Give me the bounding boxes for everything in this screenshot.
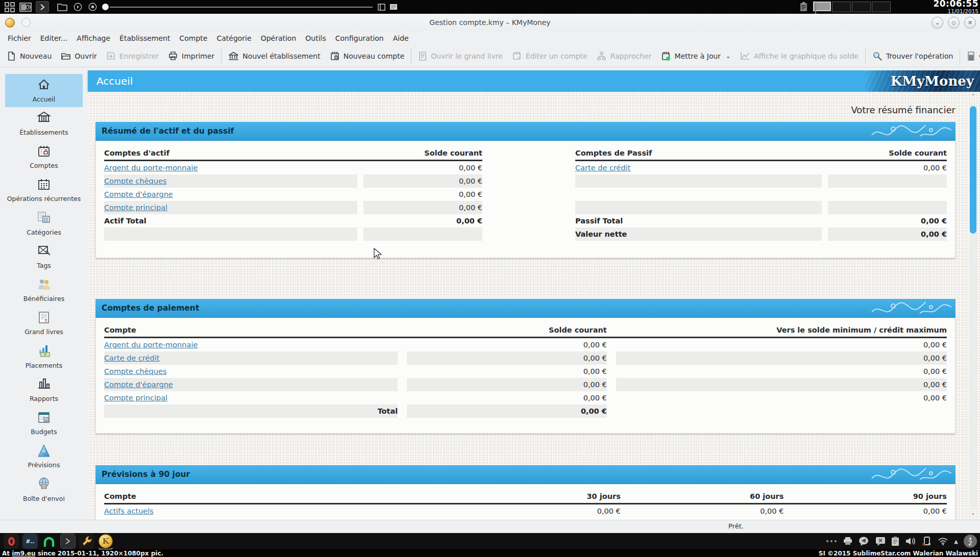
table-row: Argent du porte-monnaie 0,00 € 0,00 € <box>104 338 947 351</box>
account-link[interactable]: Compte d'épargne <box>104 190 173 198</box>
menu-fichier[interactable]: Fichier <box>3 33 36 44</box>
minimize-button[interactable]: ⌄ <box>932 17 943 29</box>
find-transaction-button[interactable]: Trouver l'opération <box>868 48 958 64</box>
account-link[interactable]: Compte d'épargne <box>104 381 173 389</box>
total-row: Actif Total 0,00 € <box>104 214 482 227</box>
kmymoney-banner: KMyMoney <box>865 70 980 92</box>
notes-icon[interactable] <box>389 4 398 10</box>
menu-compte[interactable]: Compte <box>175 33 212 44</box>
account-link[interactable]: Compte principal <box>104 394 167 402</box>
open-file-button[interactable]: Ouvrir <box>56 48 102 64</box>
announcement-tray-icon[interactable] <box>859 537 870 546</box>
menu-categorie[interactable]: Catégorie <box>212 33 256 44</box>
table-row: Compte chèques 0,00 € 0,00 € <box>104 365 947 378</box>
calculator-button[interactable]: Calculatrice <box>962 48 980 64</box>
folder-icon[interactable] <box>57 3 67 11</box>
account-link[interactable]: Compte chèques <box>104 367 167 375</box>
menu-etablissement[interactable]: Établissement <box>115 33 175 44</box>
update-button[interactable]: Mettre à Jour ⌄ <box>656 48 736 64</box>
sidebar-item-budgets[interactable]: Budgets <box>5 407 83 440</box>
chat-app-icon[interactable]: #.. <box>22 534 38 549</box>
workspace-1[interactable] <box>813 2 831 11</box>
kmymoney-taskbar-icon[interactable]: K <box>98 534 113 549</box>
table-row: Compte d'épargne 0,00 € <box>104 188 482 201</box>
volume-slider-knob[interactable] <box>102 4 109 10</box>
close-button[interactable]: ✕ <box>964 17 976 29</box>
categories-icon <box>36 211 52 226</box>
workspace-2[interactable] <box>832 2 851 12</box>
scrollbar-thumb[interactable] <box>970 106 976 234</box>
clipboard-icon[interactable] <box>799 2 808 12</box>
maximize-button[interactable]: ◇ <box>948 17 960 29</box>
vertical-scrollbar[interactable]: ⌃ ⌄ <box>969 93 977 517</box>
tray-expander-icon[interactable]: ▲ <box>954 539 958 544</box>
titlebar[interactable]: Gestion compte.kmy – KMyMoney ⌄ ◇ ✕ <box>0 14 980 31</box>
volume-slider-track[interactable] <box>110 7 373 8</box>
print-button[interactable]: Imprimer <box>163 48 219 64</box>
overflow-dots-icon[interactable] <box>826 540 837 543</box>
sidebar-item-comptes[interactable]: Comptes <box>5 141 83 174</box>
settings-app-icon[interactable] <box>79 534 94 549</box>
sidebar-item-previsions[interactable]: Prévisions <box>5 440 83 473</box>
account-link[interactable]: Argent du porte-monnaie <box>104 341 198 349</box>
app-grid-icon[interactable] <box>4 2 15 13</box>
notification-badge[interactable]: ▲2 <box>964 535 977 548</box>
menu-operation[interactable]: Opération <box>256 33 301 44</box>
workspace-pager <box>813 2 891 12</box>
credit-right: SI ©2015 SublimeStar.com Walerian Walaws… <box>819 550 978 557</box>
account-link[interactable]: Compte chèques <box>104 177 167 185</box>
account-link[interactable]: Argent du porte-monnaie <box>104 164 198 172</box>
scroll-up-arrow[interactable]: ⌃ <box>969 93 977 100</box>
menu-outils[interactable]: Outils <box>301 33 330 44</box>
play-icon[interactable] <box>74 3 82 11</box>
menu-aide[interactable]: Aide <box>388 33 413 44</box>
system-tray: ▲ ▲2 <box>826 535 980 548</box>
sidebar-item-boite-denvoi[interactable]: Boîte d'envoi <box>5 473 83 507</box>
sidebar-item-grand-livres[interactable]: Grand livres <box>5 307 83 340</box>
wifi-tray-icon[interactable] <box>938 537 948 545</box>
music-app-icon[interactable] <box>41 534 57 549</box>
sidebar-item-placements[interactable]: Placements <box>5 340 83 373</box>
workspace-3[interactable] <box>852 2 871 12</box>
account-link[interactable]: Carte de crédit <box>104 354 159 362</box>
sidebar-item-operations-recurrentes[interactable]: Opérations récurrentes <box>5 174 83 207</box>
terminal-app-icon[interactable] <box>60 534 76 549</box>
new-account-button[interactable]: Nouveau compte <box>325 48 409 64</box>
scroll-down-arrow[interactable]: ⌄ <box>969 510 977 517</box>
sidebar-item-accueil[interactable]: Accueil <box>5 74 83 107</box>
clipboard-tray-icon[interactable] <box>891 536 899 546</box>
window-list-icon[interactable] <box>378 4 385 11</box>
sidebar-item-etablissements[interactable]: Établissements <box>5 107 83 140</box>
section-header: Comptes de paiement <box>95 299 955 318</box>
window-body: Accueil Établissements Comptes Opération… <box>0 67 980 520</box>
menu-configuration[interactable]: Configuration <box>331 33 388 44</box>
account-link[interactable]: Actifs actuels <box>104 507 154 515</box>
total-row: Passif Total 0,00 € <box>575 214 947 227</box>
sidebar-item-tags[interactable]: Tags <box>5 240 83 273</box>
im9-link[interactable]: im9.eu <box>12 550 35 557</box>
opera-app-icon[interactable] <box>4 534 19 549</box>
printer-tray-icon[interactable] <box>843 537 853 546</box>
new-file-button[interactable]: Nouveau <box>2 48 56 64</box>
workspace-4[interactable] <box>872 2 891 12</box>
column-header: Compte <box>104 492 398 500</box>
volume-tray-icon[interactable] <box>905 537 916 546</box>
sidebar-item-beneficiaires[interactable]: Bénéficiaires <box>5 274 83 307</box>
chevron-down-icon[interactable]: ⌄ <box>725 52 731 60</box>
screenshot-tool-icon[interactable] <box>19 2 32 12</box>
panel-next-button[interactable] <box>36 1 49 13</box>
empty-row <box>575 201 947 214</box>
new-institution-button[interactable]: Nouvel établissement <box>224 48 325 64</box>
message-dismiss-tray-icon[interactable] <box>875 537 886 546</box>
account-link[interactable]: Compte principal <box>104 204 167 212</box>
sidebar-item-categories[interactable]: Catégories <box>5 207 83 240</box>
menu-editer[interactable]: Editer... <box>36 33 72 44</box>
home-content: Votre résumé financier Résumé de l'actif… <box>88 92 980 520</box>
stop-icon[interactable] <box>88 3 97 11</box>
account-link[interactable]: Carte de crédit <box>575 164 630 172</box>
device-notifier-tray-icon[interactable] <box>922 536 932 546</box>
menu-affichage[interactable]: Affichage <box>72 33 115 44</box>
sidebar-item-rapports[interactable]: Rapports <box>5 373 83 407</box>
reconcile-button: Rapprocher <box>592 48 656 64</box>
bank-icon <box>36 111 52 126</box>
